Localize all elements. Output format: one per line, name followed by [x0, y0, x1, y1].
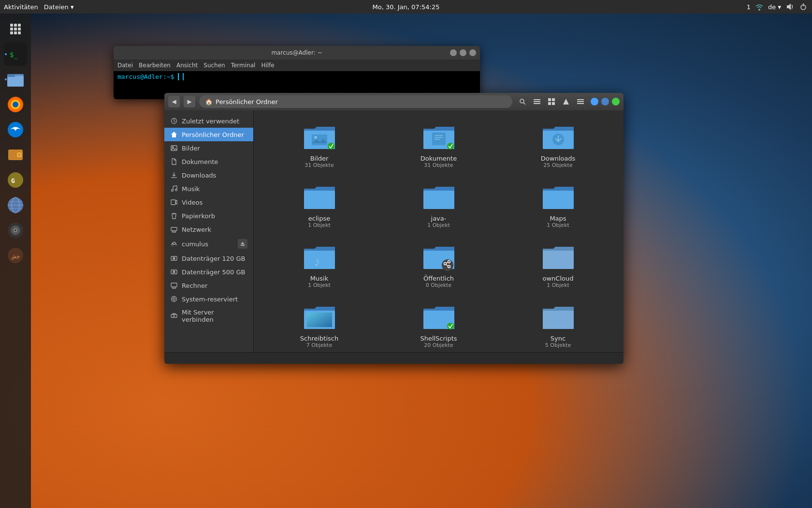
cumulus-eject-btn[interactable]: [238, 239, 247, 249]
sidebar-item-computer[interactable]: Rechner: [164, 279, 253, 292]
svg-point-20: [13, 102, 18, 107]
svg-text:$_: $_: [10, 51, 18, 59]
fm-menu-button[interactable]: [574, 95, 587, 108]
terminal-menu-help[interactable]: Hilfe: [261, 62, 274, 69]
sidebar-label-computer: Rechner: [182, 282, 207, 289]
terminal-menu-terminal[interactable]: Terminal: [231, 62, 256, 69]
svg-point-85: [173, 298, 175, 300]
svg-rect-46: [552, 102, 555, 105]
dock-thunderbird[interactable]: [4, 118, 27, 141]
sidebar-label-disk120: Datenträger 120 GB: [182, 255, 245, 262]
svg-text:G: G: [11, 177, 15, 184]
terminal-menu-file[interactable]: Datei: [117, 62, 133, 69]
sidebar-item-network[interactable]: Netzwerk: [164, 223, 253, 236]
dock-speaker[interactable]: [4, 219, 27, 242]
folder-shellscripts[interactable]: ShellScripts 20 Objekte: [381, 298, 496, 352]
workspace-indicator[interactable]: 1: [747, 3, 751, 11]
dock-apps-grid[interactable]: [4, 17, 27, 41]
folder-schreibtisch[interactable]: Schreibtisch 7 Objekte: [261, 298, 377, 352]
fm-back-button[interactable]: ◀: [168, 96, 180, 107]
folder-oeffentlich-name: Öffentlich: [423, 275, 454, 282]
documents-icon: [170, 158, 178, 165]
sidebar-label-videos: Videos: [182, 199, 203, 206]
dock-firefox[interactable]: [4, 93, 27, 116]
folder-musik[interactable]: ♪ Musik 1 Objekt: [261, 238, 377, 294]
folder-java[interactable]: java- 1 Objekt: [381, 178, 496, 234]
fm-color-btn-blue[interactable]: [591, 98, 598, 105]
network-icon[interactable]: [754, 2, 764, 12]
sidebar-item-connect[interactable]: Mit Server verbinden: [164, 306, 253, 326]
activities-button[interactable]: Aktivitäten: [4, 3, 38, 11]
folder-owncloud[interactable]: ownCloud 1 Objekt: [500, 238, 616, 294]
folder-oeffentlich[interactable]: Öffentlich 0 Objekte: [381, 238, 496, 294]
fm-statusbar: [164, 352, 624, 364]
sidebar-item-pictures[interactable]: Bilder: [164, 141, 253, 155]
keyboard-layout[interactable]: de ▾: [768, 3, 781, 11]
folder-schreibtisch-name: Schreibtisch: [300, 335, 338, 342]
folder-dokumente[interactable]: Dokumente 31 Objekte: [381, 118, 496, 174]
power-icon[interactable]: [798, 2, 808, 12]
fm-location-bar[interactable]: 🏠 Persönlicher Ordner: [199, 95, 512, 108]
sidebar-item-videos[interactable]: Videos: [164, 195, 253, 209]
svg-rect-116: [543, 251, 574, 269]
sidebar-item-documents[interactable]: Dokumente: [164, 155, 253, 168]
videos-icon: [170, 198, 178, 206]
datetime-display[interactable]: Mo, 30. Jan, 07:54:25: [373, 3, 440, 11]
sidebar-item-disk500[interactable]: Datenträger 500 GB: [164, 265, 253, 279]
svg-rect-61: [171, 200, 175, 205]
fm-grid-view-button[interactable]: [545, 95, 558, 108]
sidebar-item-trash[interactable]: Papierkorb: [164, 209, 253, 223]
dock-wallet[interactable]: [4, 143, 27, 166]
folder-bilder[interactable]: Bilder 31 Objekte: [261, 118, 377, 174]
fm-location-text: Persönlicher Ordner: [216, 98, 278, 105]
sound-icon[interactable]: [785, 2, 795, 12]
sidebar-item-cumulus[interactable]: cumulus: [164, 236, 253, 252]
dock-global[interactable]: [4, 194, 27, 217]
folder-maps-name: Maps: [550, 215, 566, 222]
svg-line-56: [173, 186, 177, 186]
terminal-max-btn[interactable]: [469, 49, 476, 56]
svg-point-35: [14, 229, 16, 231]
folder-downloads[interactable]: Downloads 25 Objekte: [500, 118, 616, 174]
sidebar-label-network: Netzwerk: [182, 226, 211, 233]
trash-icon: [170, 212, 178, 220]
fm-maximize-btn[interactable]: [612, 98, 620, 105]
terminal-close-btn[interactable]: [450, 49, 457, 56]
sidebar-label-pictures: Bilder: [182, 145, 200, 152]
folder-maps[interactable]: Maps 1 Objekt: [500, 178, 616, 234]
svg-rect-12: [18, 31, 21, 34]
app-menu-label: Dateien: [44, 3, 69, 11]
svg-rect-7: [10, 28, 13, 30]
fm-search-button[interactable]: [516, 95, 529, 108]
folder-oeffentlich-count: 0 Objekte: [426, 282, 451, 288]
sidebar-label-sysreserved: System-reserviert: [182, 296, 238, 303]
sidebar-item-disk120[interactable]: Datenträger 120 GB: [164, 252, 253, 265]
sidebar-item-sysreserved[interactable]: System-reserviert: [164, 292, 253, 306]
sidebar-item-downloads[interactable]: Downloads: [164, 168, 253, 182]
terminal-menu-edit[interactable]: Bearbeiten: [139, 62, 171, 69]
terminal-menu-view[interactable]: Ansicht: [176, 62, 198, 69]
dock-files[interactable]: [4, 68, 27, 91]
fm-forward-button[interactable]: ▶: [184, 96, 195, 107]
recent-icon: [170, 117, 178, 125]
terminal-min-btn[interactable]: [460, 49, 466, 56]
folder-sync[interactable]: Sync 5 Objekte: [500, 298, 616, 352]
folder-dokumente-icon: [421, 124, 456, 152]
terminal-titlebar: marcus@Adler: ~: [114, 46, 480, 60]
dock-indicator-files: [5, 78, 7, 80]
app-menu[interactable]: Dateien ▾: [44, 3, 74, 11]
fm-sort-button[interactable]: [560, 95, 572, 108]
dock-gimp[interactable]: G: [4, 168, 27, 192]
svg-point-76: [174, 258, 174, 259]
dock-unknown[interactable]: جش: [4, 244, 27, 267]
dock-terminal[interactable]: $_: [4, 43, 27, 66]
sidebar-item-music[interactable]: Musik: [164, 182, 253, 195]
fm-color-btn-lightblue[interactable]: [601, 98, 609, 105]
sidebar-item-home[interactable]: Persönlicher Ordner: [164, 128, 253, 141]
terminal-menu-search[interactable]: Suchen: [203, 62, 225, 69]
terminal-menubar: Datei Bearbeiten Ansicht Suchen Terminal…: [114, 60, 480, 71]
sidebar-item-recent[interactable]: Zuletzt verwendet: [164, 114, 253, 128]
svg-rect-17: [7, 74, 15, 77]
fm-list-view-button[interactable]: [531, 95, 543, 108]
folder-eclipse[interactable]: eclipse 1 Objekt: [261, 178, 377, 234]
